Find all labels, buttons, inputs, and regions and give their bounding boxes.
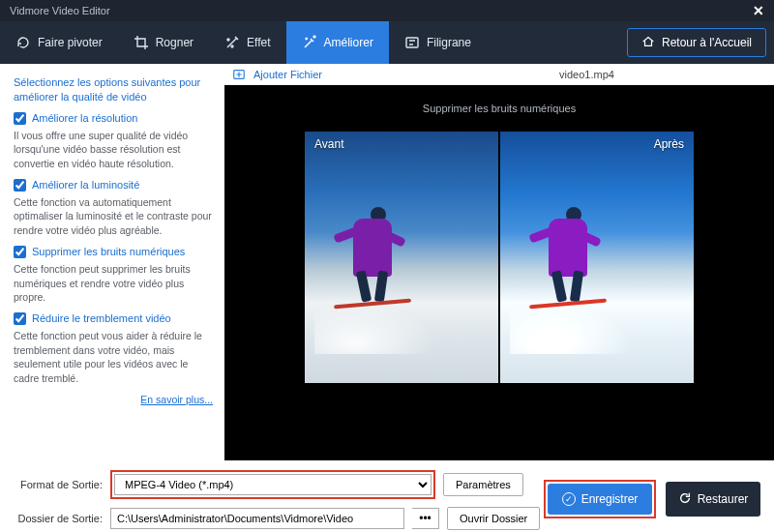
home-icon [641,35,655,51]
crop-icon [134,35,149,50]
checkbox-deshake[interactable] [14,312,26,325]
save-highlight: ✓ Enregistrer [544,480,656,518]
watermark-icon [404,35,420,50]
option-denoise[interactable]: Supprimer les bruits numériques [14,246,213,258]
tab-rotate[interactable]: Faire pivoter [0,21,118,64]
settings-button[interactable]: Paramètres [443,473,523,496]
save-label: Enregistrer [581,492,639,506]
rotate-icon [15,35,31,50]
checkbox-brightness[interactable] [14,179,26,192]
home-label: Retour à l'Accueil [662,36,752,49]
effect-icon [224,35,240,50]
tab-enhance[interactable]: Améliorer [286,21,389,64]
app-title: Vidmore Video Editor [10,5,110,16]
format-highlight: MPEG-4 Video (*.mp4) [110,470,435,499]
before-label: Avant [314,137,343,151]
tab-label: Améliorer [324,36,373,49]
tab-label: Rogner [156,36,194,49]
option-label: Supprimer les bruits numériques [32,246,185,257]
option-desc: Cette fonction peut vous aider à réduire… [14,329,213,386]
option-desc: Il vous offre une super qualité de vidéo… [14,129,213,171]
option-label: Améliorer la résolution [32,112,137,124]
learn-more-link[interactable]: En savoir plus... [14,394,213,405]
bottom-bar: Format de Sortie: MPEG-4 Video (*.mp4) P… [0,460,774,532]
preview-before: Avant [305,132,498,383]
option-desc: Cette fonction peut supprimer les bruits… [14,262,213,305]
option-label: Améliorer la luminosité [32,179,139,191]
enhance-icon [302,35,317,50]
preview-after: Après [500,132,694,383]
option-desc: Cette fonction va automatiquement optima… [14,195,213,238]
preview-area: Ajouter Fichier video1.mp4 Supprimer les… [224,64,774,460]
add-file-button[interactable]: Ajouter Fichier [253,69,322,80]
svg-point-1 [231,45,233,47]
sidebar: Sélectionnez les options suivantes pour … [0,64,224,460]
tab-label: Faire pivoter [38,36,103,49]
option-label: Réduire le tremblement vidéo [32,312,171,324]
format-select[interactable]: MPEG-4 Video (*.mp4) [114,474,432,495]
tab-label: Effet [247,36,270,49]
restore-icon [678,491,692,508]
after-label: Après [654,137,684,151]
save-button[interactable]: ✓ Enregistrer [548,484,652,515]
tab-label: Filigrane [427,36,471,49]
checkbox-denoise[interactable] [14,246,26,258]
folder-label: Dossier de Sortie: [14,513,103,524]
check-icon: ✓ [562,492,576,506]
preview-caption: Supprimer les bruits numériques [423,103,576,114]
folder-input[interactable] [110,508,404,529]
svg-point-0 [227,39,229,41]
option-resolution[interactable]: Améliorer la résolution [14,112,213,125]
tab-crop[interactable]: Rogner [118,21,209,64]
sidebar-intro: Sélectionnez les options suivantes pour … [14,75,213,104]
svg-rect-2 [406,38,418,47]
option-deshake[interactable]: Réduire le tremblement vidéo [14,312,213,325]
tab-effect[interactable]: Effet [209,21,285,64]
close-icon[interactable]: ✕ [753,3,764,18]
current-filename: video1.mp4 [559,69,614,80]
tab-watermark[interactable]: Filigrane [389,21,487,64]
add-file-icon [232,68,246,81]
open-folder-button[interactable]: Ouvrir Dossier [447,507,540,530]
option-brightness[interactable]: Améliorer la luminosité [14,179,213,192]
toolbar: Faire pivoter Rogner Effet Améliorer Fil… [0,21,774,64]
browse-button[interactable]: ••• [412,508,439,529]
restore-button[interactable]: Restaurer [666,482,760,517]
restore-label: Restaurer [698,492,749,506]
format-label: Format de Sortie: [14,479,103,490]
home-button[interactable]: Retour à l'Accueil [627,28,766,57]
checkbox-resolution[interactable] [14,112,26,125]
